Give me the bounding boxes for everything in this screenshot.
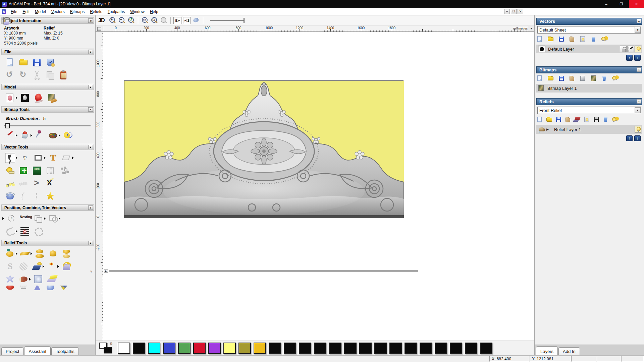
expand-row-icon[interactable]: ▶ (546, 128, 549, 131)
dropdown-arrow-icon[interactable]: ▼ (635, 107, 641, 113)
zoom-1to1-icon[interactable]: 1:1 (141, 16, 149, 24)
move-layer-down-icon[interactable]: ↓ (634, 55, 641, 61)
turn-wizard-icon[interactable] (18, 274, 29, 284)
basket-weave-icon[interactable] (18, 286, 29, 290)
zoom-out-icon[interactable]: − (118, 16, 126, 24)
flyout-arrow-icon[interactable] (59, 217, 60, 220)
merge-relief-layers-icon[interactable] (565, 116, 572, 123)
palette-swatch[interactable] (435, 343, 447, 354)
flyout-arrow-icon[interactable] (16, 230, 17, 233)
collapse-section-icon[interactable]: ▲ (88, 50, 93, 54)
collapse-section-icon[interactable]: ▲ (88, 145, 93, 149)
create-star-icon[interactable] (45, 191, 55, 201)
vector-layer-row[interactable]: Default Layer (536, 45, 642, 53)
flyout-arrow-icon[interactable] (16, 252, 17, 255)
fluting-icon[interactable] (20, 226, 30, 236)
delete-bitmap-layer-icon[interactable] (601, 75, 608, 82)
palette-swatch[interactable] (269, 343, 281, 354)
delete-vector-layer-icon[interactable] (590, 36, 597, 43)
menu-bitmaps[interactable]: Bitmaps (67, 9, 87, 15)
scroll-left-icon[interactable]: ▶ (104, 269, 108, 273)
zoom-previous-icon[interactable]: ↺ (127, 16, 135, 24)
merge-relief-icon[interactable] (48, 249, 58, 259)
flyout-arrow-icon[interactable] (16, 97, 17, 99)
menu-toolpaths[interactable]: Toolpaths (105, 9, 127, 15)
palette-swatch[interactable] (344, 343, 357, 354)
mdi-restore-icon[interactable]: ❐ (511, 9, 517, 14)
open-model-icon[interactable] (18, 58, 29, 68)
tab-project[interactable]: Project (1, 347, 23, 355)
bitmap-layer-row[interactable]: Bitmap Layer 1 (536, 84, 642, 93)
all-bitmaps-visible-icon[interactable] (612, 75, 619, 82)
fit-polyline-icon[interactable] (18, 178, 29, 188)
horizontal-scrollbar[interactable]: ▶ (104, 269, 419, 272)
mdi-minimize-icon[interactable]: – (504, 9, 510, 14)
collapse-section-icon[interactable]: ▲ (88, 85, 93, 89)
menu-edit[interactable]: Edit (20, 9, 32, 15)
create-rectangle-icon[interactable] (33, 153, 43, 163)
collapse-section-icon[interactable]: ▲ (637, 67, 641, 72)
contrast-slider[interactable] (210, 17, 250, 24)
new-model-icon[interactable] (5, 58, 15, 68)
cut-icon[interactable] (32, 70, 42, 80)
fit-arcs-icon[interactable] (32, 178, 42, 188)
menu-model[interactable]: Model (32, 9, 49, 15)
minimize-button[interactable]: – (599, 0, 614, 8)
sculpting-icon[interactable] (5, 261, 15, 272)
toggle-layer-visibility-icon[interactable] (580, 36, 586, 43)
new-relief-layer-icon[interactable] (537, 116, 543, 123)
menu-help[interactable]: Help (147, 9, 161, 15)
toggle-vector-view-icon[interactable]: ▸◨ (183, 17, 191, 24)
merge-vector-layers-icon[interactable] (569, 36, 576, 43)
ruler-units-dropdown-icon[interactable]: ▼ (528, 26, 534, 32)
transfer-relief-icon[interactable] (574, 116, 581, 123)
palette-swatch[interactable] (178, 343, 191, 354)
paste-along-curve-icon[interactable] (59, 166, 69, 176)
flood-fill-icon[interactable] (20, 130, 30, 140)
turn-icon[interactable] (59, 286, 69, 290)
relief-preview-icon[interactable] (593, 116, 600, 123)
maximize-button[interactable]: ❐ (614, 0, 629, 8)
flat-plane-icon[interactable] (20, 249, 30, 259)
bitmap-preview-icon[interactable] (590, 75, 597, 82)
set-model-size-icon[interactable] (5, 93, 15, 103)
measure-icon[interactable] (5, 166, 15, 176)
palette-swatch[interactable] (405, 343, 417, 354)
new-bitmap-layer-icon[interactable] (537, 75, 543, 82)
palette-swatch[interactable] (133, 343, 145, 354)
merge-bitmap-layers-icon[interactable] (569, 75, 576, 82)
palette-swatch[interactable] (254, 343, 266, 354)
create-vector-icon[interactable] (18, 166, 29, 176)
palette-swatch[interactable] (163, 343, 175, 354)
palette-swatch[interactable] (480, 343, 492, 354)
palette-swatch[interactable] (329, 343, 341, 354)
close-vector-icon[interactable] (18, 191, 29, 201)
flyout-arrow-icon[interactable] (44, 217, 46, 220)
spin-icon[interactable] (45, 286, 55, 290)
menu-vectors[interactable]: Vectors (49, 9, 67, 15)
relief-layer-name[interactable]: Relief Layer 1 (554, 127, 581, 132)
zoom-fit-icon[interactable]: ▢ (150, 16, 158, 24)
undo-icon[interactable] (5, 70, 15, 80)
save-model-icon[interactable] (32, 58, 42, 68)
open-vector-layer-icon[interactable] (547, 36, 554, 43)
text-tools-icon[interactable]: ABC (32, 166, 42, 176)
layer-colour-swatch[interactable] (538, 46, 545, 52)
smooth-relief-icon[interactable] (47, 274, 57, 284)
colour-palette-icon[interactable] (48, 130, 58, 140)
flyout-arrow-icon[interactable] (72, 157, 74, 159)
palette-swatch[interactable] (299, 343, 311, 354)
mirror-vector-icon[interactable] (32, 191, 42, 201)
secondary-colour-swatch[interactable] (104, 347, 112, 353)
ruler-origin-icon[interactable] (96, 26, 103, 32)
menu-file[interactable]: File (8, 9, 20, 15)
paint-icon[interactable] (5, 130, 15, 140)
palette-swatch[interactable] (118, 343, 130, 354)
save-vector-layer-icon[interactable] (558, 36, 565, 43)
dropdown-arrow-icon[interactable]: ▼ (635, 27, 641, 33)
shape-editor-icon[interactable] (3, 17, 10, 22)
collapse-section-icon[interactable]: ▲ (88, 241, 93, 245)
collapse-section-icon[interactable]: ▲ (88, 107, 93, 112)
palette-swatch[interactable] (284, 343, 296, 354)
palette-swatch[interactable] (465, 343, 477, 354)
